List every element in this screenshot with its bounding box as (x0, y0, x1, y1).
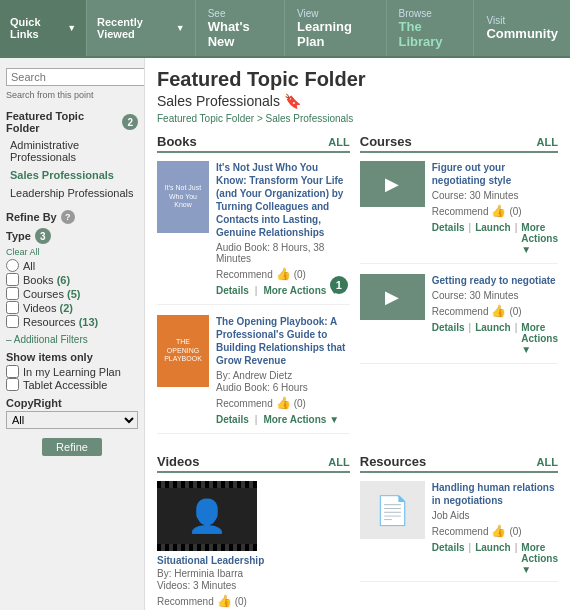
course-1-title[interactable]: Figure out your negotiating style (432, 161, 558, 187)
film-strip-bottom (157, 544, 257, 551)
book-1-badge: 1 (330, 276, 348, 294)
course-2-details-link[interactable]: Details (432, 322, 465, 355)
filter-books[interactable]: Books (6) (6, 273, 138, 286)
resource-1-meta: Job Aids (432, 510, 558, 521)
thumb-up-icon-v1[interactable]: 👍 (217, 594, 232, 608)
sidebar: 🔍 Search from this point Featured Topic … (0, 58, 145, 610)
type-filter-label: Type (6, 230, 31, 242)
sidebar-item-leadership[interactable]: Leadership Professionals (0, 184, 144, 202)
thumb-up-icon-2[interactable]: 👍 (276, 396, 291, 410)
book-item-1: It's Not Just Who You Know It's Not Just… (157, 161, 350, 305)
tablet-accessible-checkbox[interactable]: Tablet Accessible (6, 378, 138, 391)
course-2-title[interactable]: Getting ready to negotiate (432, 274, 558, 287)
book-1-title[interactable]: It's Not Just Who You Know: Transform Yo… (216, 161, 350, 239)
book-1-details-link[interactable]: Details (216, 285, 249, 296)
recently-viewed-menu[interactable]: Recently Viewed ▼ (87, 0, 196, 56)
film-strip-top (157, 481, 257, 488)
book-1-recommend-count: (0) (294, 269, 306, 280)
breadcrumb-current-link[interactable]: Sales Professionals (266, 113, 354, 124)
browse-title: The Library (399, 19, 462, 49)
top-nav: Quick Links ▼ Recently Viewed ▼ See What… (0, 0, 570, 58)
copyright-section: CopyRight All (0, 394, 144, 432)
course-1-actions: Details | Launch | More Actions ▼ (432, 222, 558, 255)
book-1-divider: | (255, 285, 258, 296)
filter-courses[interactable]: Courses (5) (6, 287, 138, 300)
view-learning-plan-nav[interactable]: View Learning Plan (285, 0, 386, 56)
filter-resources[interactable]: Resources (13) (6, 315, 138, 328)
featured-topic-label[interactable]: Featured Topic Folder (6, 110, 118, 134)
course-1-more-link[interactable]: More Actions ▼ (521, 222, 558, 255)
browse-library-nav[interactable]: Browse The Library (387, 0, 475, 56)
book-1-recommend-label: Recommend (216, 269, 273, 280)
breadcrumb-separator: > (257, 113, 266, 124)
show-items-label: Show items only (6, 351, 138, 363)
course-2-actions: Details | Launch | More Actions ▼ (432, 322, 558, 355)
book-2-title[interactable]: The Opening Playbook: A Professional's G… (216, 315, 350, 367)
refine-by-label: Refine By (6, 211, 57, 223)
videos-section-header: Videos ALL (157, 454, 350, 473)
copyright-select[interactable]: All (6, 411, 138, 429)
course-2-launch-link[interactable]: Launch (475, 322, 511, 355)
type-clear-all[interactable]: Clear All (6, 247, 40, 257)
book-2-info: The Opening Playbook: A Professional's G… (216, 315, 350, 425)
course-1-launch-link[interactable]: Launch (475, 222, 511, 255)
book-2-more-actions-link[interactable]: More Actions ▼ (263, 414, 339, 425)
resource-1-title[interactable]: Handling human relations in negotiations (432, 481, 558, 507)
video-1-meta1: By: Herminia Ibarra (157, 568, 350, 579)
copyright-label: CopyRight (6, 397, 138, 409)
search-input[interactable] (6, 68, 145, 86)
book-1-meta: Audio Book: 8 Hours, 38 Minutes (216, 242, 350, 264)
thumb-up-icon-r1[interactable]: 👍 (491, 524, 506, 538)
sidebar-item-sales[interactable]: Sales Professionals (0, 166, 144, 184)
sidebar-item-administrative[interactable]: Administrative Professionals (0, 136, 144, 166)
thumb-up-icon-c2[interactable]: 👍 (491, 304, 506, 318)
show-items-section: Show items only In my Learning Plan Tabl… (0, 348, 144, 394)
quick-links-menu[interactable]: Quick Links ▼ (0, 0, 87, 56)
course-2-info: Getting ready to negotiate Course: 30 Mi… (432, 274, 558, 355)
course-2-recommend: Recommend 👍 (0) (432, 304, 558, 318)
see-whats-new-nav[interactable]: See What's New (196, 0, 285, 56)
view-title: Learning Plan (297, 19, 373, 49)
book-item-2: THE OPENING PLAYBOOK The Opening Playboo… (157, 315, 350, 434)
resource-1-recommend: Recommend 👍 (0) (432, 524, 558, 538)
in-learning-plan-checkbox[interactable]: In my Learning Plan (6, 365, 138, 378)
course-1-details-link[interactable]: Details (432, 222, 465, 255)
help-icon[interactable]: ? (61, 210, 75, 224)
bookmark-icon[interactable]: 🔖 (284, 93, 301, 109)
filter-videos[interactable]: Videos (2) (6, 301, 138, 314)
resources-section-title: Resources (360, 454, 426, 469)
content-area: Featured Topic Folder Sales Professional… (145, 58, 570, 610)
course-1-recommend: Recommend 👍 (0) (432, 204, 558, 218)
main-layout: 🔍 Search from this point Featured Topic … (0, 58, 570, 610)
resource-1-details-link[interactable]: Details (432, 542, 465, 575)
book-2-meta1: By: Andrew Dietz (216, 370, 350, 381)
breadcrumb-parent-link[interactable]: Featured Topic Folder (157, 113, 254, 124)
book-1-more-actions-link[interactable]: More Actions ▼ (263, 285, 339, 296)
content-grid: Books ALL It's Not Just Who You Know It'… (157, 134, 558, 610)
resource-1-launch-link[interactable]: Launch (475, 542, 511, 575)
refine-button[interactable]: Refine (42, 438, 102, 456)
course-2-more-link[interactable]: More Actions ▼ (521, 322, 558, 355)
book-1-cover: It's Not Just Who You Know (157, 161, 209, 233)
thumb-up-icon-1[interactable]: 👍 (276, 267, 291, 281)
video-1-title[interactable]: Situational Leadership (157, 555, 350, 566)
refine-by-header: Refine By ? (0, 202, 144, 226)
resource-1-more-link[interactable]: More Actions ▼ (521, 542, 558, 575)
courses-all-link[interactable]: ALL (537, 136, 558, 148)
book-2-cover: THE OPENING PLAYBOOK (157, 315, 209, 387)
books-all-link[interactable]: ALL (328, 136, 349, 148)
additional-filters-toggle[interactable]: – Additional Filters (0, 331, 144, 348)
course-item-2: ▶ Getting ready to negotiate Course: 30 … (360, 274, 558, 364)
courses-section: Courses ALL ▶ Figure out your negotiatin… (360, 134, 558, 444)
book-2-details-link[interactable]: Details (216, 414, 249, 425)
course-1-meta: Course: 30 Minutes (432, 190, 558, 201)
resources-all-link[interactable]: ALL (537, 456, 558, 468)
books-section-header: Books ALL (157, 134, 350, 153)
thumb-up-icon-c1[interactable]: 👍 (491, 204, 506, 218)
featured-topic-folder-section: Featured Topic Folder 2 (0, 106, 144, 136)
visit-community-nav[interactable]: Visit Community (474, 0, 570, 56)
videos-all-link[interactable]: ALL (328, 456, 349, 468)
filter-all[interactable]: All (6, 259, 138, 272)
book-2-recommend: Recommend 👍 (0) (216, 396, 350, 410)
browse-label: Browse (399, 8, 462, 19)
